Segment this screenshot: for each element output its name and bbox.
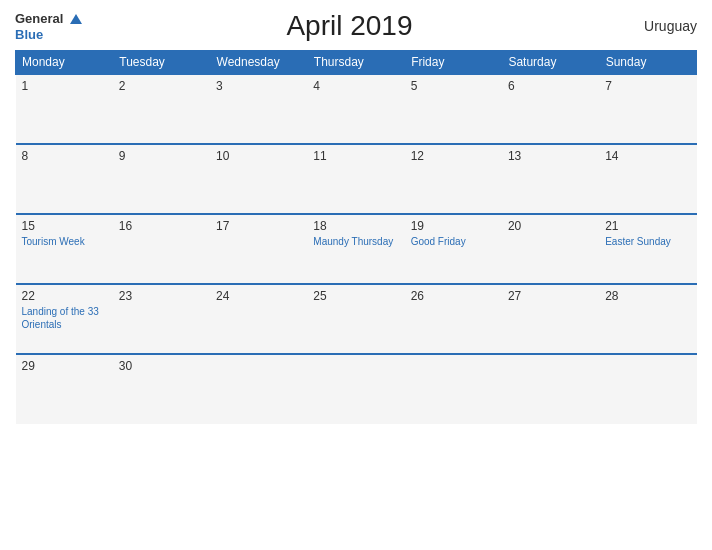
calendar-cell: 16 <box>113 214 210 284</box>
day-of-week-header: Tuesday <box>113 51 210 75</box>
calendar-cell: 29 <box>16 354 113 424</box>
day-number: 20 <box>508 219 593 233</box>
day-number: 6 <box>508 79 593 93</box>
day-number: 7 <box>605 79 690 93</box>
event-label: Landing of the 33 Orientals <box>22 305 107 331</box>
calendar-cell <box>502 354 599 424</box>
day-number: 8 <box>22 149 107 163</box>
calendar-week-row: 891011121314 <box>16 144 697 214</box>
day-number: 3 <box>216 79 301 93</box>
day-number: 25 <box>313 289 398 303</box>
calendar-cell: 21Easter Sunday <box>599 214 696 284</box>
calendar-cell: 24 <box>210 284 307 354</box>
calendar-cell: 13 <box>502 144 599 214</box>
calendar-cell: 6 <box>502 74 599 144</box>
calendar-cell: 17 <box>210 214 307 284</box>
calendar-cell: 18Maundy Thursday <box>307 214 404 284</box>
day-number: 11 <box>313 149 398 163</box>
day-number: 1 <box>22 79 107 93</box>
logo-blue-text: Blue <box>15 27 43 42</box>
calendar-week-row: 2930 <box>16 354 697 424</box>
calendar-cell: 11 <box>307 144 404 214</box>
calendar-cell: 27 <box>502 284 599 354</box>
day-of-week-header: Wednesday <box>210 51 307 75</box>
calendar-header: MondayTuesdayWednesdayThursdayFridaySatu… <box>16 51 697 75</box>
calendar-cell: 20 <box>502 214 599 284</box>
day-number: 28 <box>605 289 690 303</box>
calendar-cell: 5 <box>405 74 502 144</box>
calendar-cell: 15Tourism Week <box>16 214 113 284</box>
day-number: 26 <box>411 289 496 303</box>
calendar-cell: 10 <box>210 144 307 214</box>
calendar-cell <box>599 354 696 424</box>
day-of-week-header: Thursday <box>307 51 404 75</box>
calendar-cell <box>210 354 307 424</box>
day-number: 2 <box>119 79 204 93</box>
calendar-cell: 30 <box>113 354 210 424</box>
calendar-table: MondayTuesdayWednesdayThursdayFridaySatu… <box>15 50 697 424</box>
calendar-title: April 2019 <box>82 10 617 42</box>
logo-general-text: General <box>15 11 63 26</box>
logo: General Blue <box>15 10 82 42</box>
calendar-cell: 8 <box>16 144 113 214</box>
day-number: 14 <box>605 149 690 163</box>
days-of-week-row: MondayTuesdayWednesdayThursdayFridaySatu… <box>16 51 697 75</box>
calendar-cell: 3 <box>210 74 307 144</box>
calendar-week-row: 1234567 <box>16 74 697 144</box>
day-number: 22 <box>22 289 107 303</box>
day-number: 29 <box>22 359 107 373</box>
calendar-cell: 26 <box>405 284 502 354</box>
day-number: 16 <box>119 219 204 233</box>
calendar-week-row: 22Landing of the 33 Orientals23242526272… <box>16 284 697 354</box>
day-number: 23 <box>119 289 204 303</box>
page: General Blue April 2019 Uruguay MondayTu… <box>0 0 712 550</box>
logo-line1: General <box>15 10 82 26</box>
calendar-cell <box>307 354 404 424</box>
calendar-cell: 23 <box>113 284 210 354</box>
calendar-cell: 1 <box>16 74 113 144</box>
day-number: 10 <box>216 149 301 163</box>
day-number: 13 <box>508 149 593 163</box>
calendar-cell: 14 <box>599 144 696 214</box>
day-number: 18 <box>313 219 398 233</box>
calendar-cell: 22Landing of the 33 Orientals <box>16 284 113 354</box>
event-label: Tourism Week <box>22 235 107 248</box>
calendar-cell: 12 <box>405 144 502 214</box>
day-of-week-header: Friday <box>405 51 502 75</box>
calendar-week-row: 15Tourism Week161718Maundy Thursday19Goo… <box>16 214 697 284</box>
day-number: 19 <box>411 219 496 233</box>
calendar-cell: 25 <box>307 284 404 354</box>
calendar-body: 123456789101112131415Tourism Week161718M… <box>16 74 697 424</box>
calendar-cell: 19Good Friday <box>405 214 502 284</box>
day-number: 5 <box>411 79 496 93</box>
day-number: 15 <box>22 219 107 233</box>
logo-triangle-icon <box>70 14 82 24</box>
calendar-cell: 2 <box>113 74 210 144</box>
day-number: 27 <box>508 289 593 303</box>
calendar-cell: 7 <box>599 74 696 144</box>
calendar-cell: 4 <box>307 74 404 144</box>
country-label: Uruguay <box>617 18 697 34</box>
day-number: 4 <box>313 79 398 93</box>
day-of-week-header: Sunday <box>599 51 696 75</box>
day-number: 9 <box>119 149 204 163</box>
day-number: 30 <box>119 359 204 373</box>
calendar-cell: 28 <box>599 284 696 354</box>
day-of-week-header: Monday <box>16 51 113 75</box>
event-label: Maundy Thursday <box>313 235 398 248</box>
day-number: 21 <box>605 219 690 233</box>
header: General Blue April 2019 Uruguay <box>15 10 697 42</box>
day-of-week-header: Saturday <box>502 51 599 75</box>
calendar-cell <box>405 354 502 424</box>
event-label: Good Friday <box>411 235 496 248</box>
event-label: Easter Sunday <box>605 235 690 248</box>
day-number: 24 <box>216 289 301 303</box>
day-number: 17 <box>216 219 301 233</box>
calendar-cell: 9 <box>113 144 210 214</box>
day-number: 12 <box>411 149 496 163</box>
